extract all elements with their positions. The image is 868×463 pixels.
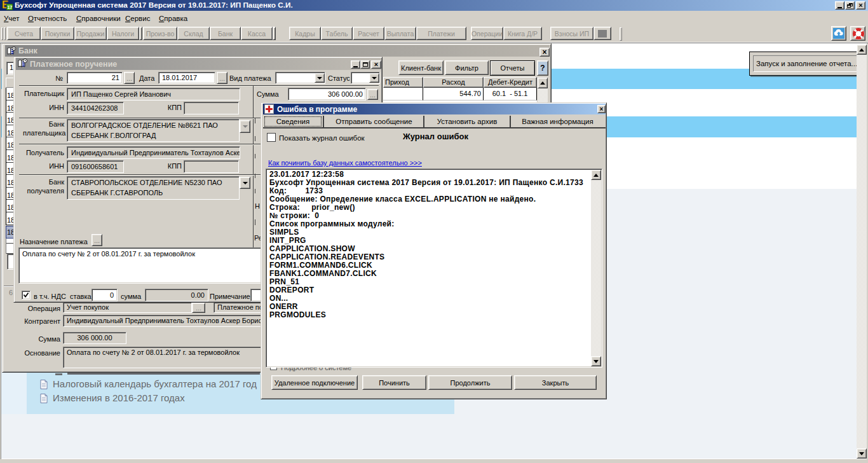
svg-text:17: 17 bbox=[8, 5, 13, 10]
